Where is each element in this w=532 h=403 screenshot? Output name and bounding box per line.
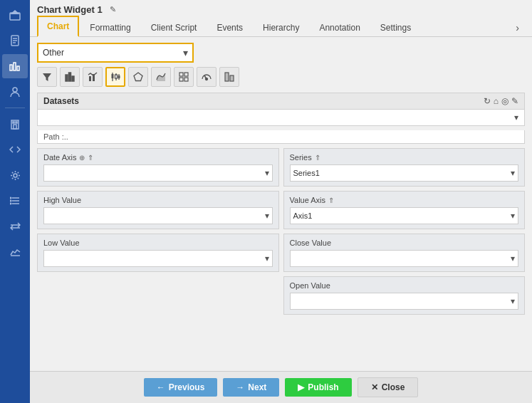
datasets-collapse-row: ▾ <box>43 112 518 122</box>
value-axis-group: Value Axis ⇑ Axis1 ▾ <box>283 191 526 229</box>
chart-type-value: Other <box>43 48 64 58</box>
svg-rect-24 <box>72 76 74 81</box>
next-label: Next <box>248 382 266 392</box>
chart-icon-candlestick[interactable] <box>105 67 125 87</box>
svg-point-39 <box>206 78 208 80</box>
prev-arrow-icon: ← <box>157 382 165 392</box>
chart-type-arrow-icon: ▾ <box>183 47 188 58</box>
open-value-label: Open Value <box>290 281 519 290</box>
datasets-refresh-icon[interactable]: ↻ <box>484 96 491 106</box>
chart-icon-linebar[interactable] <box>83 67 103 87</box>
next-arrow-icon: → <box>236 382 244 392</box>
sidebar-icon-code[interactable] <box>2 137 28 162</box>
svg-marker-21 <box>43 73 51 81</box>
datasets-title: Datasets <box>43 96 484 106</box>
datasets-body: ▾ <box>38 110 524 125</box>
tab-events[interactable]: Events <box>207 18 252 37</box>
path-label: Path :.. <box>43 132 68 141</box>
close-value-select[interactable]: ▾ <box>290 250 519 267</box>
datasets-target-icon[interactable]: ◎ <box>501 96 508 106</box>
main-panel: Chart Widget 1 ✎ Chart Formatting Client… <box>30 0 532 403</box>
previous-button[interactable]: ← Previous <box>144 378 218 397</box>
low-value-select[interactable]: ▾ <box>43 250 273 267</box>
path-row: Path :.. <box>37 130 525 144</box>
value-axis-label: Value Axis ⇑ <box>290 196 519 204</box>
datasets-header: Datasets ↻ ⌂ ◎ ✎ <box>38 93 524 110</box>
date-axis-nav-icon[interactable]: ⊕ <box>79 154 85 162</box>
chart-icon-filter[interactable] <box>37 67 57 87</box>
sidebar-icon-transfer[interactable] <box>2 214 28 239</box>
svg-rect-7 <box>17 66 19 70</box>
publish-button[interactable]: ▶ Publish <box>285 378 351 397</box>
close-button[interactable]: ✕ Close <box>358 377 419 397</box>
open-value-group: Open Value ▾ <box>283 276 526 315</box>
datasets-collapse-icon[interactable]: ▾ <box>514 112 518 122</box>
svg-rect-35 <box>184 73 188 76</box>
series-group: Series ⇑ Series1 ▾ <box>283 148 526 187</box>
svg-rect-37 <box>184 78 188 81</box>
datasets-home-icon[interactable]: ⌂ <box>494 96 499 106</box>
svg-rect-34 <box>179 73 183 76</box>
datasets-edit-icon[interactable]: ✎ <box>511 96 518 106</box>
tabs-more-button[interactable]: › <box>510 19 525 36</box>
sidebar-icon-list[interactable] <box>2 189 28 213</box>
date-axis-select[interactable]: ▾ <box>43 164 273 182</box>
publish-label: Publish <box>308 382 338 392</box>
value-axis-value: Axis1 <box>293 211 313 220</box>
chart-icon-area[interactable] <box>151 67 171 87</box>
sidebar-divider <box>5 108 25 108</box>
svg-rect-10 <box>14 125 16 129</box>
sidebar-icon-settings[interactable] <box>2 163 28 187</box>
chart-icon-gauge[interactable] <box>197 67 217 87</box>
value-axis-select[interactable]: Axis1 ▾ <box>290 207 519 224</box>
series-label: Series ⇑ <box>290 153 519 162</box>
sidebar-icon-linechart[interactable] <box>2 240 28 264</box>
date-axis-label: Date Axis ⊕ ⇑ <box>43 153 273 162</box>
sidebar-icon-home[interactable] <box>2 3 28 27</box>
svg-point-8 <box>13 88 17 92</box>
previous-label: Previous <box>169 382 205 392</box>
svg-rect-30 <box>115 75 118 78</box>
high-value-label: High Value <box>43 196 273 204</box>
chart-icon-grid[interactable] <box>174 67 194 87</box>
tab-chart[interactable]: Chart <box>37 16 79 37</box>
low-value-group: Low Value ▾ <box>37 234 279 272</box>
svg-rect-32 <box>118 75 120 78</box>
high-value-group: High Value ▾ <box>37 191 279 229</box>
close-x-icon: ✕ <box>371 382 378 392</box>
low-value-label: Low Value <box>43 239 273 247</box>
fields-grid: Date Axis ⊕ ⇑ ▾ Series ⇑ Series1 ▾ <box>37 148 525 272</box>
sidebar-icon-person[interactable] <box>2 80 28 104</box>
value-axis-nav-icon[interactable]: ⇑ <box>328 197 334 204</box>
close-value-label: Close Value <box>290 239 519 247</box>
sidebar-icon-chart[interactable] <box>2 54 28 78</box>
sidebar-icon-building[interactable] <box>2 112 28 136</box>
chart-type-dropdown[interactable]: Other ▾ <box>37 43 194 63</box>
chart-icon-bar[interactable] <box>60 67 80 87</box>
edit-title-icon[interactable]: ✎ <box>110 5 116 14</box>
svg-marker-33 <box>134 73 142 81</box>
series-select[interactable]: Series1 ▾ <box>290 164 519 182</box>
next-button[interactable]: → Next <box>223 378 279 397</box>
svg-point-18 <box>10 200 11 202</box>
high-value-select[interactable]: ▾ <box>43 207 273 224</box>
sidebar-icon-document[interactable] <box>2 28 28 53</box>
series-dropdown-icon: ▾ <box>511 168 515 178</box>
content-area: Other ▾ <box>30 37 532 371</box>
tab-annotation[interactable]: Annotation <box>310 18 369 37</box>
tab-settings[interactable]: Settings <box>371 18 420 37</box>
open-value-select[interactable]: ▾ <box>290 293 519 310</box>
svg-point-19 <box>10 203 11 204</box>
chart-icon-pentagon[interactable] <box>128 67 148 87</box>
series-nav-icon[interactable]: ⇑ <box>315 154 320 162</box>
svg-rect-12 <box>16 122 17 123</box>
date-axis-arrow-icon[interactable]: ⇑ <box>88 154 93 162</box>
date-axis-dropdown-icon: ▾ <box>265 168 269 178</box>
tab-formatting[interactable]: Formatting <box>80 18 140 37</box>
close-label: Close <box>382 382 405 392</box>
svg-rect-40 <box>225 73 229 81</box>
chart-icon-blocks[interactable] <box>219 67 239 87</box>
tab-client-script[interactable]: Client Script <box>142 18 207 37</box>
tab-hierarchy[interactable]: Hierarchy <box>254 18 308 37</box>
svg-rect-41 <box>230 75 234 81</box>
